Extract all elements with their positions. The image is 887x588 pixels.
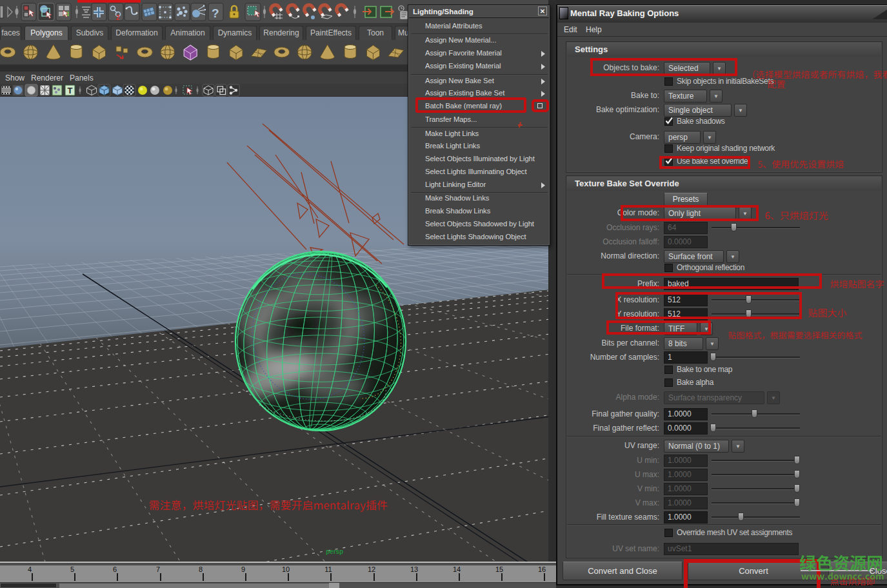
svg-text:?: ? (212, 6, 219, 20)
svg-text:persp: persp (326, 548, 343, 555)
svg-text:2: 2 (116, 14, 120, 21)
svg-text:T: T (68, 86, 73, 95)
